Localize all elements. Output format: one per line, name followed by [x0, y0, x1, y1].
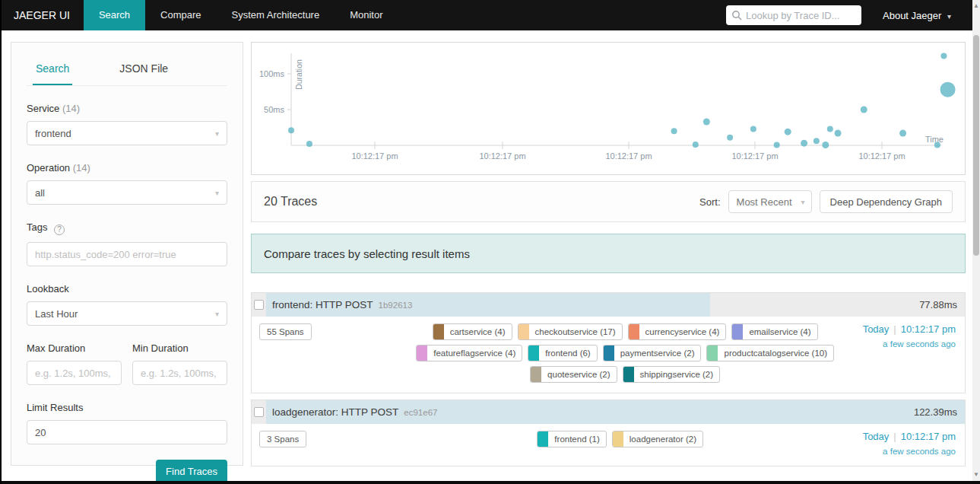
trace-scatter-point[interactable]	[693, 142, 699, 148]
trace-select-checkbox[interactable]	[254, 407, 264, 417]
trace-scatter-point[interactable]	[813, 138, 820, 144]
service-select[interactable]: frontend ▾	[27, 121, 227, 145]
trace-scatter-point[interactable]	[703, 118, 710, 125]
service-label: Service	[27, 103, 59, 114]
deep-dependency-graph-button[interactable]: Deep Dependency Graph	[820, 190, 953, 213]
service-chip-label: cartservice (4)	[444, 324, 512, 339]
scroll-up-arrow[interactable]: ▲	[972, 2, 980, 11]
trace-title: loadgenerator: HTTP POSTec91e67	[272, 400, 437, 425]
about-jaeger-menu[interactable]: About Jaeger ▾	[883, 10, 951, 21]
trace-body: 3 Spansfrontend (1)loadgenerator (2)Toda…	[252, 424, 965, 466]
x-tick-label: 10:12:17 pm	[351, 151, 398, 161]
service-color-swatch	[623, 367, 634, 382]
service-chip-label: frontend (6)	[539, 345, 596, 361]
scrollbar-thumb[interactable]	[973, 35, 979, 256]
x-axis-label: Time	[925, 135, 944, 144]
service-chip: checkoutservice (17)	[518, 323, 623, 340]
service-chips: cartservice (4)checkoutservice (17)curre…	[411, 323, 840, 383]
service-chip: emailservice (4)	[731, 323, 817, 340]
tags-input[interactable]	[35, 249, 219, 260]
service-color-swatch	[538, 431, 548, 447]
trace-scatter-point[interactable]	[306, 141, 312, 147]
min-duration-input[interactable]	[141, 368, 219, 379]
nav-item-search[interactable]: Search	[84, 0, 145, 30]
jaeger-search-page: JAEGER UI SearchCompareSystem Architectu…	[0, 0, 980, 484]
trace-scatter-point[interactable]	[861, 107, 867, 113]
trace-scatter-point[interactable]	[785, 129, 791, 135]
trace-date: Today	[863, 431, 890, 442]
service-chip: featureflagservice (4)	[416, 345, 522, 361]
trace-scatter-point[interactable]	[827, 126, 833, 132]
trace-time: 10:12:17 pm	[901, 323, 956, 335]
trace-date: Today	[863, 323, 890, 335]
trace-lookup-box[interactable]	[726, 5, 861, 25]
service-color-swatch	[528, 345, 539, 361]
service-chip: frontend (1)	[537, 431, 606, 447]
service-color-swatch	[613, 431, 623, 447]
service-chip: frontend (6)	[528, 345, 597, 361]
trace-scatter-point[interactable]	[288, 127, 294, 133]
service-color-swatch	[604, 345, 614, 361]
service-chip-label: paymentservice (2)	[614, 345, 701, 361]
help-icon[interactable]: ?	[54, 224, 65, 235]
trace-scatter-point[interactable]	[822, 142, 829, 148]
trace-scatter-point[interactable]	[671, 128, 677, 134]
service-chip: productcatalogservice (10)	[706, 345, 834, 361]
trace-scatter-point[interactable]	[940, 82, 956, 97]
trace-scatter-point[interactable]	[940, 53, 947, 59]
app-logo[interactable]: JAEGER UI	[2, 0, 84, 30]
trace-duration: 77.88ms	[919, 293, 957, 317]
x-tick-label: 10:12:17 pm	[479, 151, 525, 161]
trace-select-checkbox[interactable]	[254, 300, 264, 310]
trace-header[interactable]: frontend: HTTP POST1b9261377.88ms	[252, 293, 965, 317]
lookback-field: Lookback Last Hour ▾	[27, 283, 227, 326]
trace-result-card[interactable]: loadgenerator: HTTP POSTec91e67122.39ms3…	[251, 400, 966, 466]
navbar-right: About Jaeger ▾	[726, 0, 974, 30]
trace-scatter-point[interactable]	[835, 130, 842, 137]
tab-search[interactable]: Search	[33, 55, 72, 85]
find-traces-button[interactable]: Find Traces	[156, 460, 227, 483]
service-chip: shippingservice (2)	[623, 366, 721, 383]
service-field: Service (14) frontend ▾	[27, 103, 227, 145]
trace-scatter-point[interactable]	[727, 135, 733, 141]
sidebar-tabs: SearchJSON File	[27, 55, 227, 86]
nav-item-monitor[interactable]: Monitor	[335, 0, 398, 30]
tab-json-file[interactable]: JSON File	[116, 55, 171, 85]
trace-results-list: frontend: HTTP POST1b9261377.88ms55 Span…	[251, 292, 966, 484]
nav-item-compare[interactable]: Compare	[145, 0, 216, 30]
trace-result-card[interactable]: frontend: HTTP POST1b9261377.88ms55 Span…	[251, 292, 966, 393]
trace-header[interactable]: loadgenerator: HTTP POSTec91e67122.39ms	[252, 400, 965, 424]
service-color-swatch	[629, 324, 639, 339]
max-duration-input[interactable]	[35, 368, 113, 379]
duration-scatter-chart[interactable]: 100ms50ms10:12:17 pm10:12:17 pm10:12:17 …	[251, 42, 966, 175]
trace-scatter-point[interactable]	[774, 142, 780, 148]
trace-body: 55 Spanscartservice (4)checkoutservice (…	[252, 317, 965, 393]
y-tick-label: 100ms	[259, 69, 285, 78]
operation-select[interactable]: all ▾	[27, 180, 227, 205]
service-chip-label: featureflagservice (4)	[427, 345, 522, 361]
service-chip-label: productcatalogservice (10)	[718, 345, 833, 361]
service-chip-label: quoteservice (2)	[541, 367, 616, 382]
compare-banner: Compare traces by selecting result items	[251, 234, 966, 273]
trace-scatter-point[interactable]	[899, 130, 906, 137]
vertical-scrollbar[interactable]: ▲ ▼	[972, 0, 980, 484]
limit-results-input[interactable]	[35, 427, 219, 438]
service-chip-label: shippingservice (2)	[634, 367, 720, 382]
trace-scatter-point[interactable]	[934, 142, 940, 148]
sort-label: Sort:	[699, 196, 720, 208]
scroll-down-arrow[interactable]: ▼	[972, 470, 980, 479]
chevron-down-icon: ▾	[215, 310, 219, 318]
lookback-select[interactable]: Last Hour ▾	[27, 301, 227, 326]
window-bottom-edge	[2, 481, 980, 484]
trace-lookup-input[interactable]	[746, 10, 852, 21]
tags-field: Tags ?	[27, 221, 227, 266]
service-chip: quoteservice (2)	[530, 366, 617, 383]
sort-select[interactable]: Most Recent ▾	[728, 190, 812, 213]
service-chip-label: loadgenerator (2)	[623, 431, 702, 447]
trace-scatter-point[interactable]	[801, 140, 807, 147]
max-duration-label: Max Duration	[27, 342, 122, 354]
trace-scatter-point[interactable]	[750, 126, 756, 132]
nav-item-system-architecture[interactable]: System Architecture	[217, 0, 335, 30]
tags-label: Tags	[27, 221, 47, 233]
trace-timestamps: Today|10:12:17 pma few seconds ago	[863, 323, 956, 383]
